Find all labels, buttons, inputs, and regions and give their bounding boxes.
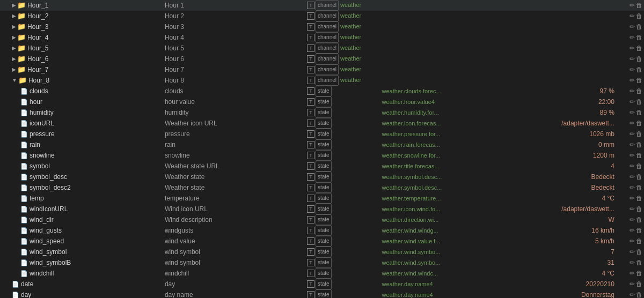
expand-icon[interactable]: ▶ [12, 65, 16, 74]
table-row[interactable]: 📄windchillwindchillTstateweather.wind.wi… [0, 268, 644, 279]
delete-button[interactable]: 🗑 [635, 237, 643, 245]
edit-button[interactable]: ✏ [629, 248, 635, 256]
delete-button[interactable]: 🗑 [635, 44, 643, 52]
edit-button[interactable]: ✏ [629, 23, 635, 31]
edit-button[interactable]: ✏ [629, 259, 635, 266]
table-row[interactable]: 📄iconURLWeather icon URLTstateweather.ic… [0, 118, 644, 129]
table-row[interactable]: 📄wind_gustswindgustsTstateweather.wind.w… [0, 225, 644, 236]
table-row[interactable]: ▶📁Hour_6Hour 6Tchannel weather✏🗑 [0, 54, 644, 64]
delete-button[interactable]: 🗑 [635, 205, 643, 213]
table-row[interactable]: ▶📁Hour_7Hour 7Tchannel weather✏🗑 [0, 64, 644, 75]
edit-button[interactable]: ✏ [629, 280, 635, 288]
edit-button[interactable]: ✏ [629, 77, 635, 84]
table-row[interactable]: 📄rainrainTstateweather.rain.forecas...0 … [0, 139, 644, 150]
table-row[interactable]: 📄wind_dirWind descriptionTstateweather.d… [0, 214, 644, 225]
delete-button[interactable]: 🗑 [635, 152, 643, 159]
delete-button[interactable]: 🗑 [635, 270, 643, 277]
table-row[interactable]: 📄symbol_descWeather stateTstateweather.s… [0, 172, 644, 182]
edit-button[interactable]: ✏ [629, 227, 635, 234]
delete-button[interactable]: 🗑 [635, 98, 643, 106]
table-row[interactable]: ▶📁Hour_1Hour 1Tchannel weather✏🗑 [0, 0, 644, 11]
edit-button[interactable]: ✏ [629, 216, 635, 224]
delete-button[interactable]: 🗑 [635, 2, 643, 9]
delete-button[interactable]: 🗑 [635, 87, 643, 95]
delete-button[interactable]: 🗑 [635, 162, 643, 170]
delete-button[interactable]: 🗑 [635, 34, 643, 41]
actions-cell: ✏🗑 [616, 236, 644, 247]
edit-button[interactable]: ✏ [629, 152, 635, 159]
table-row[interactable]: ▶📁Hour_2Hour 2Tchannel weather✏🗑 [0, 11, 644, 21]
table-row[interactable]: ▶📁Hour_5Hour 5Tchannel weather✏🗑 [0, 43, 644, 54]
table-row[interactable]: 📄wind_symbolwind symbolTstateweather.win… [0, 247, 644, 257]
edit-button[interactable]: ✏ [629, 195, 635, 202]
table-row[interactable]: ▶📁Hour_4Hour 4Tchannel weather✏🗑 [0, 32, 644, 43]
table-row[interactable]: 📄humidityhumidityTstateweather.humidity.… [0, 107, 644, 118]
delete-button[interactable]: 🗑 [635, 259, 643, 266]
delete-button[interactable]: 🗑 [635, 12, 643, 20]
item-name: wind_symbolB [30, 258, 71, 267]
edit-button[interactable]: ✏ [629, 291, 635, 298]
expand-icon[interactable]: ▶ [12, 43, 16, 53]
delete-button[interactable]: 🗑 [635, 280, 643, 288]
delete-button[interactable]: 🗑 [635, 109, 643, 116]
table-row[interactable]: 📄wind_speedwind valueTstateweather.wind.… [0, 236, 644, 247]
expand-icon[interactable]: ▶ [12, 11, 16, 21]
expand-icon[interactable]: ▼ [12, 76, 17, 85]
delete-button[interactable]: 🗑 [635, 120, 643, 127]
edit-button[interactable]: ✏ [629, 162, 635, 170]
edit-button[interactable]: ✏ [629, 120, 635, 127]
type-icon: T [307, 23, 314, 31]
delete-button[interactable]: 🗑 [635, 248, 643, 256]
edit-button[interactable]: ✏ [629, 55, 635, 63]
table-row[interactable]: 📄symbol_desc2Weather stateTstateweather.… [0, 182, 644, 193]
expand-icon[interactable]: ▶ [12, 22, 16, 32]
type-badge: state [316, 129, 332, 139]
table-row[interactable]: 📄temptemperatureTstateweather.temperatur… [0, 193, 644, 204]
table-row[interactable]: 📄hourhour valueTstateweather.hour.value4… [0, 96, 644, 107]
table-row[interactable]: 📄pressurepressureTstateweather.pressure.… [0, 129, 644, 139]
delete-button[interactable]: 🗑 [635, 227, 643, 234]
table-row[interactable]: 📄wind_symbolBwind symbolTstateweather.wi… [0, 257, 644, 268]
table-row[interactable]: 📄windIconURLWind icon URLTstateweather.i… [0, 204, 644, 214]
delete-button[interactable]: 🗑 [635, 195, 643, 202]
edit-button[interactable]: ✏ [629, 87, 635, 95]
delete-button[interactable]: 🗑 [635, 216, 643, 224]
edit-button[interactable]: ✏ [629, 2, 635, 9]
edit-button[interactable]: ✏ [629, 141, 635, 148]
item-name: iconURL [30, 118, 54, 128]
expand-icon[interactable]: ▶ [12, 33, 16, 42]
type-badge2: weather [339, 12, 361, 19]
edit-button[interactable]: ✏ [629, 237, 635, 245]
delete-button[interactable]: 🗑 [635, 55, 643, 63]
table-row[interactable]: 📄dayday nameTstateweather.day.name4Donne… [0, 289, 644, 298]
edit-button[interactable]: ✏ [629, 34, 635, 41]
table-row[interactable]: 📄symbolWeather state URLTstateweather.ti… [0, 161, 644, 172]
badge-cell: Tstate [306, 279, 381, 289]
edit-button[interactable]: ✏ [629, 12, 635, 20]
edit-button[interactable]: ✏ [629, 270, 635, 277]
edit-button[interactable]: ✏ [629, 66, 635, 73]
table-row[interactable]: 📄datedayTstateweather.day.name420220210✏… [0, 279, 644, 289]
table-row[interactable]: ▶📁Hour_3Hour 3Tchannel weather✏🗑 [0, 21, 644, 32]
expand-icon[interactable]: ▶ [12, 1, 16, 10]
edit-button[interactable]: ✏ [629, 44, 635, 52]
edit-button[interactable]: ✏ [629, 173, 635, 181]
delete-button[interactable]: 🗑 [635, 141, 643, 148]
edit-button[interactable]: ✏ [629, 98, 635, 106]
edit-button[interactable]: ✏ [629, 130, 635, 138]
table-row[interactable]: 📄snowlinesnowlineTstateweather.snowline.… [0, 150, 644, 161]
delete-button[interactable]: 🗑 [635, 77, 643, 84]
delete-button[interactable]: 🗑 [635, 23, 643, 31]
edit-button[interactable]: ✏ [629, 184, 635, 191]
delete-button[interactable]: 🗑 [635, 291, 643, 298]
expand-icon[interactable]: ▶ [12, 54, 16, 64]
delete-button[interactable]: 🗑 [635, 184, 643, 191]
table-row[interactable]: ▼📁Hour_8Hour 8Tchannel weather✏🗑 [0, 75, 644, 86]
delete-button[interactable]: 🗑 [635, 173, 643, 181]
delete-button[interactable]: 🗑 [635, 66, 643, 73]
edit-button[interactable]: ✏ [629, 109, 635, 116]
table-row[interactable]: 📄cloudscloudsTstateweather.clouds.forec.… [0, 86, 644, 96]
edit-button[interactable]: ✏ [629, 205, 635, 213]
type-icon: T [307, 291, 314, 298]
delete-button[interactable]: 🗑 [635, 130, 643, 138]
